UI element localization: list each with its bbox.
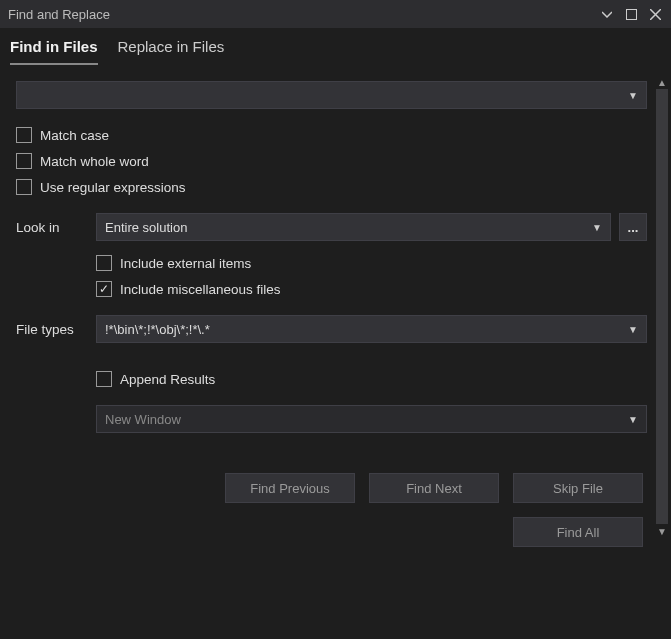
scrollbar[interactable]: ▲ ▼ bbox=[655, 75, 669, 538]
tab-find-in-files[interactable]: Find in Files bbox=[10, 38, 98, 65]
scroll-up-icon[interactable]: ▲ bbox=[655, 75, 669, 89]
find-previous-button[interactable]: Find Previous bbox=[225, 473, 355, 503]
use-regex-checkbox[interactable] bbox=[16, 179, 32, 195]
file-types-label: File types bbox=[16, 322, 96, 337]
search-input[interactable]: ▼ bbox=[16, 81, 647, 109]
find-all-button[interactable]: Find All bbox=[513, 517, 643, 547]
window-title: Find and Replace bbox=[8, 7, 110, 22]
skip-file-button[interactable]: Skip File bbox=[513, 473, 643, 503]
svg-rect-0 bbox=[626, 9, 636, 19]
match-case-checkbox[interactable] bbox=[16, 127, 32, 143]
browse-button[interactable]: ... bbox=[619, 213, 647, 241]
window-menu-icon[interactable] bbox=[599, 6, 615, 22]
look-in-combo[interactable]: Entire solution ▼ bbox=[96, 213, 611, 241]
file-types-combo[interactable]: !*\bin\*;!*\obj\*;!*\.* ▼ bbox=[96, 315, 647, 343]
include-external-label: Include external items bbox=[120, 256, 251, 271]
look-in-label: Look in bbox=[16, 220, 96, 235]
results-window-value: New Window bbox=[105, 412, 181, 427]
find-next-button[interactable]: Find Next bbox=[369, 473, 499, 503]
tabs: Find in Files Replace in Files bbox=[0, 28, 671, 65]
include-external-checkbox[interactable] bbox=[96, 255, 112, 271]
include-misc-label: Include miscellaneous files bbox=[120, 282, 281, 297]
titlebar: Find and Replace bbox=[0, 0, 671, 28]
tab-replace-in-files[interactable]: Replace in Files bbox=[118, 38, 225, 65]
match-whole-word-checkbox[interactable] bbox=[16, 153, 32, 169]
match-whole-word-label: Match whole word bbox=[40, 154, 149, 169]
include-misc-checkbox[interactable] bbox=[96, 281, 112, 297]
chevron-down-icon: ▼ bbox=[628, 414, 638, 425]
chevron-down-icon: ▼ bbox=[628, 90, 638, 101]
match-case-label: Match case bbox=[40, 128, 109, 143]
results-window-combo[interactable]: New Window ▼ bbox=[96, 405, 647, 433]
close-icon[interactable] bbox=[647, 6, 663, 22]
chevron-down-icon: ▼ bbox=[592, 222, 602, 233]
file-types-value: !*\bin\*;!*\obj\*;!*\.* bbox=[105, 322, 210, 337]
use-regex-label: Use regular expressions bbox=[40, 180, 186, 195]
look-in-value: Entire solution bbox=[105, 220, 187, 235]
append-results-checkbox[interactable] bbox=[96, 371, 112, 387]
titlebar-controls bbox=[599, 6, 663, 22]
chevron-down-icon: ▼ bbox=[628, 324, 638, 335]
append-results-label: Append Results bbox=[120, 372, 215, 387]
maximize-icon[interactable] bbox=[623, 6, 639, 22]
scroll-down-icon[interactable]: ▼ bbox=[655, 524, 669, 538]
scroll-track[interactable] bbox=[656, 89, 668, 524]
content-panel: ▼ Match case Match whole word Use regula… bbox=[0, 65, 671, 638]
